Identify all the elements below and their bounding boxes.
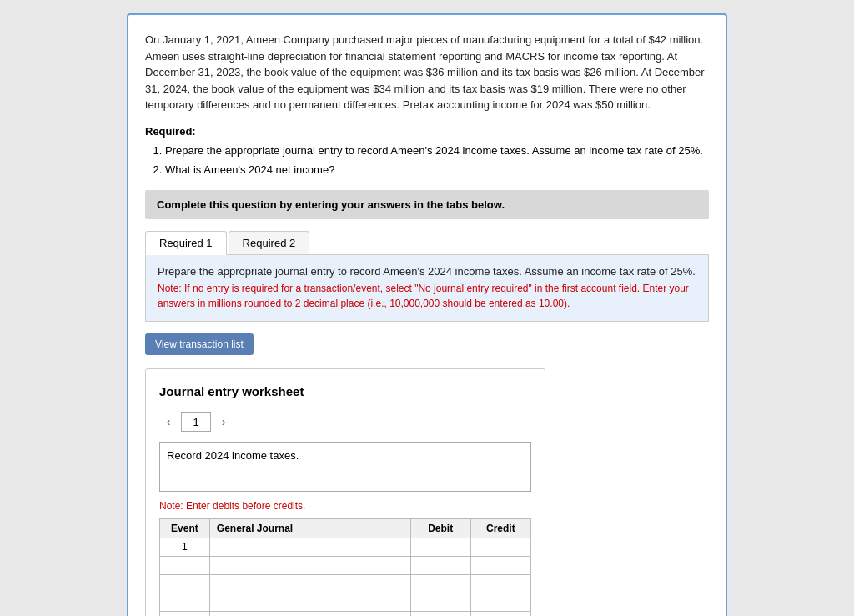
credit-input-1[interactable] xyxy=(475,559,527,571)
navigation-row: ‹ 1 › xyxy=(159,412,531,432)
debit-cell-4[interactable] xyxy=(410,611,470,616)
event-cell-2 xyxy=(160,574,210,593)
view-transaction-button[interactable]: View transaction list xyxy=(145,333,254,355)
required-item-2: What is Ameen's 2024 net income? xyxy=(165,162,709,178)
problem-text: On January 1, 2021, Ameen Company purcha… xyxy=(145,32,709,113)
table-row xyxy=(160,574,531,593)
required-list: Prepare the appropriate journal entry to… xyxy=(165,143,709,178)
table-row xyxy=(160,611,531,616)
gj-input-2[interactable] xyxy=(214,578,407,589)
col-header-event: Event xyxy=(160,518,210,538)
description-box: Record 2024 income taxes. xyxy=(159,442,531,492)
tab-required1[interactable]: Required 1 xyxy=(145,231,227,255)
gj-cell-3[interactable] xyxy=(209,593,410,611)
credit-input-2[interactable] xyxy=(475,578,527,589)
event-cell-1 xyxy=(160,556,210,574)
debit-input-1[interactable] xyxy=(414,559,467,571)
credit-cell-3[interactable] xyxy=(470,593,530,611)
tab-content-area: Prepare the appropriate journal entry to… xyxy=(145,255,709,322)
gj-cell-0[interactable] xyxy=(209,538,410,556)
table-row: 1 xyxy=(160,538,531,556)
next-page-arrow[interactable]: › xyxy=(214,413,233,431)
col-header-credit: Credit xyxy=(470,518,530,538)
debit-cell-1[interactable] xyxy=(410,556,470,574)
debit-input-2[interactable] xyxy=(414,578,467,589)
credit-cell-2[interactable] xyxy=(470,574,530,593)
worksheet-container: Journal entry worksheet ‹ 1 › Record 202… xyxy=(145,368,545,617)
debit-cell-0[interactable] xyxy=(410,538,470,556)
tab-required2[interactable]: Required 2 xyxy=(229,231,310,254)
credit-cell-0[interactable] xyxy=(470,538,530,556)
gj-input-3[interactable] xyxy=(214,596,407,608)
debit-cell-3[interactable] xyxy=(410,593,470,611)
required-item-1: Prepare the appropriate journal entry to… xyxy=(165,143,709,159)
credit-cell-4[interactable] xyxy=(470,611,530,616)
event-cell-4 xyxy=(160,611,210,616)
credit-cell-1[interactable] xyxy=(470,556,530,574)
credit-input-3[interactable] xyxy=(475,596,527,608)
event-cell-3 xyxy=(160,593,210,611)
gj-cell-4[interactable] xyxy=(209,611,410,616)
col-header-debit: Debit xyxy=(410,518,470,538)
tab-instruction-text: Prepare the appropriate journal entry to… xyxy=(158,265,696,278)
debit-input-0[interactable] xyxy=(414,541,467,553)
worksheet-title: Journal entry worksheet xyxy=(159,383,531,400)
note-debits: Note: Enter debits before credits. xyxy=(159,500,531,512)
complete-box: Complete this question by entering your … xyxy=(145,190,709,219)
credit-input-0[interactable] xyxy=(475,541,527,553)
table-row xyxy=(160,556,531,574)
debit-cell-2[interactable] xyxy=(410,574,470,593)
gj-cell-1[interactable] xyxy=(209,556,410,574)
journal-table: Event General Journal Debit Credit 1 xyxy=(159,518,531,617)
gj-input-1[interactable] xyxy=(214,559,407,571)
main-container: On January 1, 2021, Ameen Company purcha… xyxy=(127,13,727,616)
tabs-bar: Required 1 Required 2 xyxy=(145,231,709,255)
debit-input-3[interactable] xyxy=(414,596,467,608)
tab-note-text: Note: If no entry is required for a tran… xyxy=(158,281,696,311)
gj-cell-2[interactable] xyxy=(209,574,410,593)
gj-input-0[interactable] xyxy=(214,541,407,553)
required-label: Required: xyxy=(145,125,709,138)
col-header-gj: General Journal xyxy=(209,518,410,538)
event-cell-0: 1 xyxy=(160,538,210,556)
prev-page-arrow[interactable]: ‹ xyxy=(159,413,178,431)
table-row xyxy=(160,593,531,611)
page-number-box: 1 xyxy=(181,412,211,432)
